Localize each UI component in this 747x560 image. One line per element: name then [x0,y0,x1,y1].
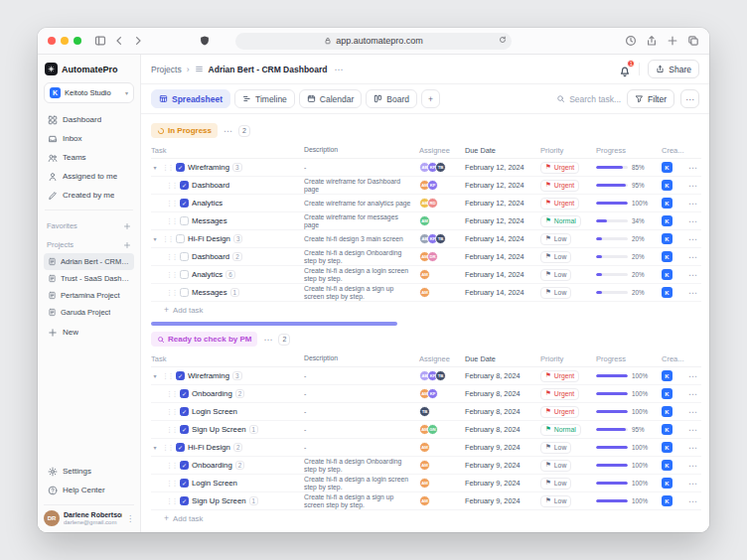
column-header-priority[interactable]: Priority [540,146,596,155]
row-menu-button[interactable]: ⋯ [683,443,697,453]
breadcrumb-more-icon[interactable]: ⋯ [335,65,344,74]
sidebar-item-teams[interactable]: Teams [44,148,134,167]
add-project-icon[interactable] [123,241,131,249]
row-menu-button[interactable]: ⋯ [683,407,697,417]
priority-badge[interactable]: ⚑Low [540,269,571,281]
shield-icon[interactable] [199,35,211,47]
workspace-selector[interactable]: K Keitoto Studio ▾ [44,82,134,103]
row-menu-button[interactable]: ⋯ [683,252,697,262]
maximize-window-button[interactable] [74,37,81,45]
task-checkbox[interactable] [180,252,189,261]
tab-calendar[interactable]: Calendar [299,89,363,108]
row-menu-button[interactable]: ⋯ [683,288,697,298]
drag-handle-icon[interactable]: ⋮⋮ [166,480,177,488]
add-task-button[interactable]: +Add task [151,510,701,527]
more-options-button[interactable]: ⋯ [680,89,699,108]
priority-badge[interactable]: ⚑Urgent [540,370,579,382]
sidebar-item-inbox[interactable]: Inbox [44,129,134,148]
expand-caret-icon[interactable]: ▾ [151,235,159,242]
row-menu-button[interactable]: ⋯ [683,181,697,191]
column-header-due-date[interactable]: Due Date [465,146,540,155]
minimize-window-button[interactable] [61,37,69,45]
new-button[interactable]: New [44,323,134,342]
expand-caret-icon[interactable]: ▾ [151,372,159,379]
task-checkbox[interactable] [180,181,189,190]
sidebar-item-assigned-to-me[interactable]: Assigned to me [44,167,134,186]
task-checkbox[interactable] [180,270,189,279]
column-header-priority[interactable]: Priority [540,354,596,363]
drag-handle-icon[interactable]: ⋮⋮ [166,462,177,470]
drag-handle-icon[interactable]: ⋮⋮ [162,444,173,452]
task-checkbox[interactable] [180,216,189,225]
group-menu-button[interactable]: ⋯ [224,126,232,136]
row-menu-button[interactable]: ⋯ [683,479,697,489]
tab-spreadsheet[interactable]: Spreadsheet [151,89,230,108]
row-menu-button[interactable]: ⋯ [683,461,697,471]
group-status-badge[interactable]: Ready to check by PM [151,332,257,347]
sidebar-project-pertamina-project[interactable]: Pertamina Project [44,287,134,304]
address-bar[interactable]: app.automatepro.com [235,33,512,50]
drag-handle-icon[interactable]: ⋮⋮ [166,408,177,416]
row-menu-button[interactable]: ⋯ [683,425,697,435]
column-header-task[interactable]: Task [151,146,304,155]
priority-badge[interactable]: ⚑Urgent [540,388,579,400]
table-row[interactable]: ▾⋮⋮Hi-Fi Design2-AMFebruary 9, 2024⚑Low1… [151,439,701,457]
row-menu-button[interactable]: ⋯ [683,389,697,399]
table-row[interactable]: ▾⋮⋮MessagesCreate wireframe for messages… [151,212,701,230]
history-icon[interactable] [625,35,637,47]
task-checkbox[interactable] [180,461,189,470]
column-header-crea[interactable]: Crea... [662,146,683,155]
add-view-button[interactable]: + [421,89,440,108]
sidebar-project-trust-saas-dashbo[interactable]: Trust - SaaS Dashbo... [44,270,134,287]
table-row[interactable]: ▾⋮⋮Hi-Fi Design3Create hi-fi design 3 ma… [151,230,701,248]
drag-handle-icon[interactable]: ⋮⋮ [166,253,177,261]
priority-badge[interactable]: ⚑Normal [540,424,581,436]
table-row[interactable]: ▾⋮⋮Sign Up Screen1-AMGNFebruary 8, 2024⚑… [151,421,701,439]
drag-handle-icon[interactable]: ⋮⋮ [166,289,177,297]
priority-badge[interactable]: ⚑Low [540,251,571,263]
search-input[interactable]: Search task... [556,94,621,104]
forward-icon[interactable] [132,35,144,47]
task-checkbox[interactable] [180,425,189,434]
priority-badge[interactable]: ⚑Urgent [540,198,579,210]
table-row[interactable]: ▾⋮⋮Onboarding2Create hi-fi a design Onbo… [151,457,701,475]
drag-handle-icon[interactable]: ⋮⋮ [166,497,177,505]
back-icon[interactable] [113,35,125,47]
table-row[interactable]: ▾⋮⋮Sign Up Screen1Create hi-fi a design … [151,492,701,510]
row-menu-button[interactable]: ⋯ [683,199,697,209]
row-menu-button[interactable]: ⋯ [683,216,697,226]
settings-button[interactable]: Settings [44,462,134,481]
scrollbar-thumb[interactable] [151,322,397,326]
task-checkbox[interactable] [180,407,189,416]
column-header-task[interactable]: Task [151,354,304,363]
column-header-progress[interactable]: Progress [596,354,662,363]
tab-board[interactable]: Board [366,89,417,108]
tab-overview-icon[interactable] [687,35,699,47]
browser-share-icon[interactable] [646,35,658,47]
add-task-button[interactable]: +Add task [151,302,701,319]
priority-badge[interactable]: ⚑Low [540,478,571,490]
column-header-due-date[interactable]: Due Date [465,354,540,363]
table-row[interactable]: ▾⋮⋮Analytics6Create hi-fi a design a log… [151,266,701,284]
refresh-icon[interactable] [499,36,507,44]
drag-handle-icon[interactable]: ⋮⋮ [162,372,173,380]
table-row[interactable]: ▾⋮⋮AnalyticsCreate wireframe for analyti… [151,195,701,212]
drag-handle-icon[interactable]: ⋮⋮ [162,164,173,172]
table-row[interactable]: ▾⋮⋮Login ScreenCreate hi-fi a design a l… [151,475,701,492]
priority-badge[interactable]: ⚑Low [540,460,571,472]
table-row[interactable]: ▾⋮⋮Wireframing3-ABKFTBFebruary 8, 2024⚑U… [151,367,701,385]
task-checkbox[interactable] [176,443,185,452]
table-row[interactable]: ▾⋮⋮Login Screen-TBFebruary 8, 2024⚑Urgen… [151,403,701,421]
user-card[interactable]: DR Darlene Robertson darlene@gmail.com ⋮ [44,504,134,526]
priority-badge[interactable]: ⚑Urgent [540,162,579,174]
notifications-button[interactable]: 1 [619,64,631,75]
table-row[interactable]: ▾⋮⋮Wireframing3-ABKFTBFebruary 12, 2024⚑… [151,159,701,177]
priority-badge[interactable]: ⚑Urgent [540,406,579,418]
favorites-section-header[interactable]: Favorites [47,219,131,232]
task-checkbox[interactable] [180,288,189,297]
row-menu-button[interactable]: ⋯ [683,496,697,506]
new-tab-icon[interactable] [667,35,678,47]
sidebar-project-garuda-project[interactable]: Garuda Project [44,304,134,321]
drag-handle-icon[interactable]: ⋮⋮ [166,182,177,190]
drag-handle-icon[interactable]: ⋮⋮ [166,217,177,225]
